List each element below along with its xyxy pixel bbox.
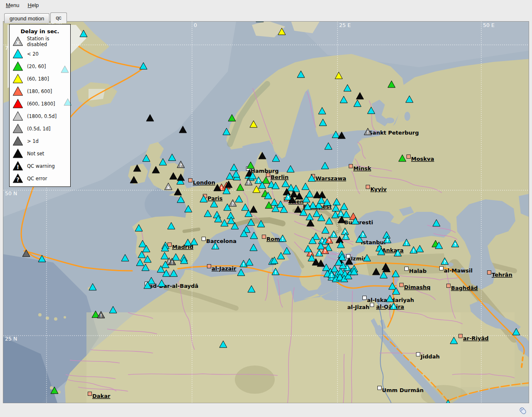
svg-text:?: ?: [247, 181, 250, 185]
svg-text:?: ?: [454, 243, 456, 247]
svg-text:?: ?: [328, 239, 330, 243]
legend-triangle-icon: !: [12, 161, 23, 172]
svg-text:!: !: [17, 164, 19, 170]
city-warszawa: Warszawa: [311, 174, 346, 182]
svg-text:?: ?: [324, 249, 326, 254]
svg-text:!: !: [340, 212, 342, 217]
city-dimashq: Dimashq: [400, 283, 431, 291]
legend-triangle-icon: [12, 98, 23, 109]
map-svg: 25 W025 E50 E75 N50 N25 N LondonParisMad…: [3, 22, 529, 403]
city-label: Barcelona: [206, 238, 236, 244]
svg-text:!: !: [171, 260, 173, 265]
legend-item-label: (600, 1800]: [27, 101, 55, 107]
city-label: ad-Dar-al-Baydâ: [149, 283, 198, 289]
city-label: Istanbul: [361, 239, 386, 245]
svg-text:!: !: [214, 245, 217, 249]
svg-text:x: x: [16, 39, 20, 46]
svg-text:!: !: [367, 130, 369, 135]
legend-triangle-icon: [12, 61, 23, 72]
legend-triangle-icon: [12, 111, 23, 122]
svg-text:!: !: [397, 252, 399, 256]
city-label: Kyyiv: [370, 186, 387, 192]
legend-triangle-icon: ?: [12, 173, 23, 184]
city-sankt-peterburg: Sankt Peterburg: [369, 130, 419, 136]
city-label: Warszawa: [315, 175, 346, 182]
legend-item: (60, 180]: [10, 73, 70, 85]
city-label: Dimashq: [404, 284, 431, 290]
city-bucuresti: Bucuresti: [344, 219, 373, 226]
map-view[interactable]: 25 W025 E50 E75 N50 N25 N LondonParisMad…: [3, 22, 529, 403]
tab-ground-motion[interactable]: ground motion: [4, 13, 49, 23]
legend-item: (1800, 0.5d]: [10, 110, 70, 123]
svg-text:?: ?: [16, 177, 20, 183]
menu-bar: MenuHelp: [0, 0, 532, 10]
legend-item: (600, 1800]: [10, 98, 70, 110]
city-al-mawsil: al-Mawsil: [440, 267, 473, 274]
city-label: London: [193, 179, 215, 186]
city-al-jazair: al-Jazair: [207, 265, 237, 272]
legend-item: (0.5d, 1d]: [10, 123, 70, 135]
svg-text:!: !: [221, 186, 223, 191]
city-label: Halab: [409, 268, 426, 274]
legend: Delay in sec. xStation is disabled< 20(2…: [9, 24, 71, 187]
legend-triangle-icon: [12, 123, 23, 134]
legend-item-label: (0.5d, 1d]: [27, 126, 51, 132]
city-label: Paris: [207, 195, 223, 201]
legend-triangle-icon: x: [12, 36, 23, 47]
legend-triangle-icon: [12, 74, 23, 84]
legend-item: (180, 600]: [10, 85, 70, 98]
legend-triangle-icon: [12, 136, 23, 147]
city-moskva: Moskva: [407, 155, 434, 162]
legend-item: < 20: [10, 48, 70, 60]
grid-label: 50 N: [5, 190, 17, 196]
city-label: al-Jîzah: [347, 304, 369, 310]
legend-item-label: Station is disabled: [27, 36, 70, 47]
city-istanbul: Istanbul: [361, 239, 386, 245]
legend-item-label: QC error: [27, 176, 47, 182]
size-grip-mouse-icon[interactable]: [518, 405, 528, 415]
legend-item: ?QC error: [10, 172, 70, 185]
grid-label: 25 E: [339, 22, 351, 28]
legend-item: Not set: [10, 147, 70, 160]
svg-text:!: !: [393, 305, 395, 309]
menu-item-help[interactable]: Help: [24, 1, 43, 10]
city-london: London: [189, 179, 215, 186]
city-baghdâd: Baghdâd: [447, 284, 478, 292]
svg-text:?: ?: [318, 252, 320, 256]
svg-text:!: !: [413, 249, 415, 253]
legend-item-label: (20, 60]: [27, 64, 46, 69]
legend-triangle-icon: [12, 86, 23, 97]
svg-text:!: !: [406, 241, 408, 246]
station-marker[interactable]: [256, 22, 264, 22]
city-umm-durmân: Umm Durmân: [378, 386, 424, 394]
legend-item: (20, 60]: [10, 60, 70, 73]
grid-label: 25 N: [5, 336, 17, 342]
tab-qc[interactable]: qc: [50, 12, 67, 23]
legend-item-label: Not set: [27, 151, 44, 157]
city-label: al-Mawsil: [444, 267, 473, 274]
legend-item-label: (180, 600]: [27, 88, 52, 94]
svg-text:!: !: [331, 273, 333, 278]
menu-item-menu[interactable]: Menu: [2, 1, 24, 10]
city-label: Bucuresti: [344, 219, 373, 226]
svg-text:?: ?: [287, 196, 289, 200]
svg-text:x: x: [167, 185, 170, 190]
city-label: Moskva: [411, 156, 434, 162]
city-label: Hamburg: [251, 168, 278, 174]
city-barcelona: Barcelona: [202, 237, 237, 245]
city-ar-riyâd: ar-Riyâd: [459, 334, 489, 342]
city-label: Ankara: [382, 247, 404, 253]
status-bar: [0, 404, 532, 417]
svg-text:?: ?: [332, 233, 335, 238]
city-label: Berlin: [271, 174, 288, 180]
svg-text:?: ?: [180, 163, 182, 168]
svg-text:?: ?: [232, 202, 234, 206]
legend-triangle-icon: [12, 148, 23, 159]
tab-bar: ground motionqc: [4, 12, 68, 23]
legend-item: !QC warning: [10, 160, 70, 172]
legend-item-label: (60, 180]: [27, 76, 49, 82]
svg-text:!: !: [345, 235, 347, 240]
city-label: Umm Durmân: [382, 387, 424, 393]
svg-text:!: !: [275, 270, 277, 275]
svg-text:!: !: [282, 237, 284, 242]
